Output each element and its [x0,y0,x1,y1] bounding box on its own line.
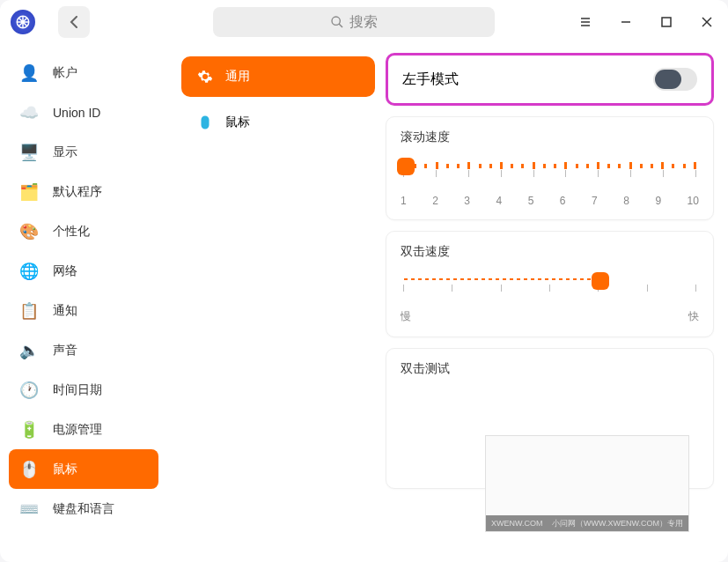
watermark: XWENW.COM 小问网（WWW.XWENW.COM）专用 [485,435,689,532]
double-click-test-label: 双击测试 [401,361,699,377]
sidebar-item-2[interactable]: 🖥️显示 [9,132,158,172]
tab-label: 鼠标 [225,115,250,130]
sidebar-icon: 🔋 [18,418,40,441]
scroll-speed-ticks: 12345678910 [401,195,699,207]
mouse-icon [195,113,215,132]
double-click-speed-label: 双击速度 [401,244,699,260]
svg-point-1 [332,17,340,25]
tab-1[interactable]: 鼠标 [181,102,375,143]
left-hand-mode-toggle[interactable] [653,68,697,91]
sidebar-icon: ☁️ [18,101,40,124]
watermark-left: XWENW.COM [491,519,543,528]
sidebar-item-label: Union ID [53,106,100,120]
scroll-speed-slider[interactable] [401,156,699,191]
sidebar-item-9[interactable]: 🔋电源管理 [9,410,158,449]
search-placeholder: 搜索 [349,13,378,32]
scroll-speed-card: 滚动速度 12345678910 [386,116,714,220]
sidebar-item-5[interactable]: 🌐网络 [9,251,158,291]
sidebar-icon: 🖱️ [18,458,40,481]
sidebar-icon: 🌐 [18,260,40,283]
sidebar-item-11[interactable]: ⌨️键盘和语言 [9,489,158,529]
sidebar-item-label: 默认程序 [53,184,102,200]
maximize-button[interactable] [656,11,677,33]
close-button[interactable] [696,11,717,33]
sidebar-item-8[interactable]: 🕐时间日期 [9,370,158,410]
menu-button[interactable] [575,11,596,33]
sidebar: 👤帐户☁️Union ID🖥️显示🗂️默认程序🎨个性化🌐网络📋通知🔈声音🕐时间日… [0,44,167,562]
sidebar-item-label: 个性化 [53,224,90,240]
tab-label: 通用 [225,69,250,85]
sidebar-item-label: 键盘和语言 [53,501,114,517]
sidebar-item-3[interactable]: 🗂️默认程序 [9,172,158,211]
panels: 左手模式 滚动速度 12345678910 双击速度 [386,53,714,553]
sidebar-icon: 🎨 [18,220,40,243]
window-controls [575,11,717,33]
watermark-right: 小问网（WWW.XWENW.COM）专用 [552,518,683,529]
sidebar-icon: 📋 [18,299,40,322]
tab-0[interactable]: 通用 [181,56,375,97]
sidebar-icon: 🕐 [18,379,40,402]
sidebar-icon: 👤 [18,62,40,85]
sidebar-item-label: 鼠标 [53,462,77,477]
left-hand-mode-card: 左手模式 [386,53,714,106]
svg-rect-7 [662,18,671,26]
sidebar-item-0[interactable]: 👤帐户 [9,53,158,92]
svg-line-2 [339,24,342,27]
sidebar-icon: 🗂️ [18,181,40,203]
sidebar-icon: ⌨️ [18,498,40,521]
sidebar-item-label: 时间日期 [53,382,102,398]
sidebar-item-label: 显示 [53,144,77,160]
gear-icon [195,67,215,86]
sidebar-item-10[interactable]: 🖱️鼠标 [9,449,158,489]
minimize-button[interactable] [615,11,636,33]
search-icon [330,15,344,29]
sidebar-item-6[interactable]: 📋通知 [9,291,158,330]
titlebar: 搜索 [0,0,728,44]
double-click-speed-slider[interactable] [401,270,699,306]
sidebar-icon: 🔈 [18,339,40,362]
settings-window: 搜索 👤帐户☁️Union ID🖥️显示🗂️默认程序🎨个性化🌐网络📋通知🔈声音🕐… [0,0,728,562]
main-area: 👤帐户☁️Union ID🖥️显示🗂️默认程序🎨个性化🌐网络📋通知🔈声音🕐时间日… [0,44,728,562]
sidebar-item-label: 通知 [53,303,77,319]
search-input[interactable]: 搜索 [213,7,495,37]
back-button[interactable] [58,6,90,38]
sidebar-icon: 🖥️ [18,141,40,164]
left-hand-mode-label: 左手模式 [402,70,459,89]
app-icon [11,10,35,34]
sidebar-item-label: 声音 [53,343,77,359]
sidebar-item-7[interactable]: 🔈声音 [9,330,158,370]
dcl-max: 快 [688,309,699,324]
double-click-speed-card: 双击速度 慢 快 [386,231,714,337]
scroll-speed-label: 滚动速度 [401,129,699,145]
dcl-min: 慢 [401,309,411,324]
tabs: 通用鼠标 [181,53,375,553]
content-area: 通用鼠标 左手模式 滚动速度 12345678910 [167,44,728,562]
sidebar-item-label: 网络 [53,263,77,279]
sidebar-item-4[interactable]: 🎨个性化 [9,211,158,251]
sidebar-item-1[interactable]: ☁️Union ID [9,92,158,132]
sidebar-item-label: 帐户 [53,65,77,81]
sidebar-item-label: 电源管理 [53,422,102,438]
